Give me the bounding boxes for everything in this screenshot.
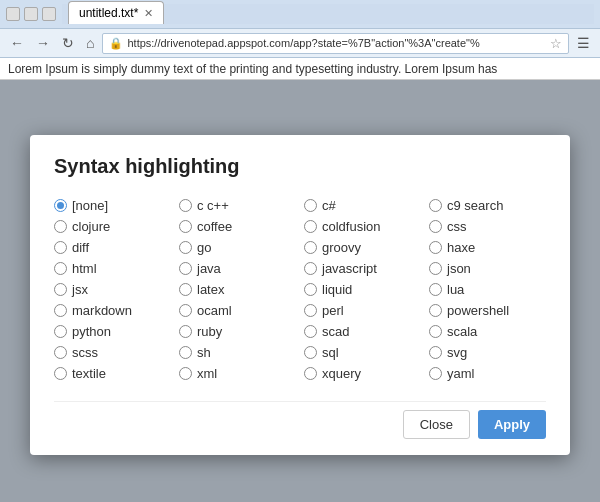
radio-item-coffee[interactable]: coffee [179,219,296,234]
radio-circle-c9search[interactable] [429,199,442,212]
radio-circle-go[interactable] [179,241,192,254]
radio-item-javascript[interactable]: javascript [304,261,421,276]
radio-circle-jsx[interactable] [54,283,67,296]
radio-circle-svg[interactable] [429,346,442,359]
menu-button[interactable]: ☰ [573,35,594,51]
tab-title: untitled.txt* [79,6,138,20]
radio-label-none: [none] [72,198,108,213]
radio-circle-markdown[interactable] [54,304,67,317]
radio-circle-scala[interactable] [429,325,442,338]
radio-label-clojure: clojure [72,219,110,234]
radio-item-csharp[interactable]: c# [304,198,421,213]
radio-item-liquid[interactable]: liquid [304,282,421,297]
radio-circle-coffee[interactable] [179,220,192,233]
radio-item-powershell[interactable]: powershell [429,303,546,318]
radio-label-jsx: jsx [72,282,88,297]
radio-circle-latex[interactable] [179,283,192,296]
radio-circle-sh[interactable] [179,346,192,359]
radio-circle-textile[interactable] [54,367,67,380]
radio-label-groovy: groovy [322,240,361,255]
radio-item-groovy[interactable]: groovy [304,240,421,255]
radio-circle-sql[interactable] [304,346,317,359]
radio-label-java: java [197,261,221,276]
radio-circle-xquery[interactable] [304,367,317,380]
radio-circle-html[interactable] [54,262,67,275]
radio-item-json[interactable]: json [429,261,546,276]
radio-circle-groovy[interactable] [304,241,317,254]
radio-label-haxe: haxe [447,240,475,255]
radio-circle-perl[interactable] [304,304,317,317]
radio-item-scala[interactable]: scala [429,324,546,339]
radio-item-jsx[interactable]: jsx [54,282,171,297]
bookmark-icon[interactable]: ☆ [550,36,562,51]
reload-button[interactable]: ↻ [58,35,78,51]
radio-item-sql[interactable]: sql [304,345,421,360]
radio-item-c_cpp[interactable]: c c++ [179,198,296,213]
window-close-button[interactable] [42,7,56,21]
radio-item-latex[interactable]: latex [179,282,296,297]
radio-circle-ocaml[interactable] [179,304,192,317]
radio-item-ocaml[interactable]: ocaml [179,303,296,318]
radio-circle-c_cpp[interactable] [179,199,192,212]
radio-item-c9search[interactable]: c9 search [429,198,546,213]
radio-item-perl[interactable]: perl [304,303,421,318]
radio-item-none[interactable]: [none] [54,198,171,213]
radio-circle-java[interactable] [179,262,192,275]
radio-item-sh[interactable]: sh [179,345,296,360]
radio-circle-javascript[interactable] [304,262,317,275]
radio-item-lua[interactable]: lua [429,282,546,297]
radio-item-coldfusion[interactable]: coldfusion [304,219,421,234]
syntax-highlighting-modal: Syntax highlighting [none]c c++c#c9 sear… [30,135,570,455]
back-button[interactable]: ← [6,35,28,51]
apply-button[interactable]: Apply [478,410,546,439]
radio-item-xml[interactable]: xml [179,366,296,381]
active-tab[interactable]: untitled.txt* ✕ [68,1,164,24]
radio-circle-python[interactable] [54,325,67,338]
radio-circle-json[interactable] [429,262,442,275]
browser-chrome: untitled.txt* ✕ ← → ↻ ⌂ 🔒 https://driven… [0,0,600,80]
radio-label-json: json [447,261,471,276]
forward-button[interactable]: → [32,35,54,51]
radio-label-xml: xml [197,366,217,381]
radio-item-java[interactable]: java [179,261,296,276]
radio-item-svg[interactable]: svg [429,345,546,360]
radio-circle-xml[interactable] [179,367,192,380]
radio-circle-csharp[interactable] [304,199,317,212]
radio-circle-liquid[interactable] [304,283,317,296]
address-bar[interactable]: 🔒 https://drivenotepad.appspot.com/app?s… [102,33,569,54]
radio-circle-scss[interactable] [54,346,67,359]
radio-item-clojure[interactable]: clojure [54,219,171,234]
radio-item-python[interactable]: python [54,324,171,339]
tab-close-icon[interactable]: ✕ [144,7,153,20]
radio-circle-none[interactable] [54,199,67,212]
maximize-button[interactable] [24,7,38,21]
radio-item-css[interactable]: css [429,219,546,234]
radio-circle-coldfusion[interactable] [304,220,317,233]
radio-item-scss[interactable]: scss [54,345,171,360]
radio-item-scad[interactable]: scad [304,324,421,339]
radio-item-diff[interactable]: diff [54,240,171,255]
radio-circle-yaml[interactable] [429,367,442,380]
radio-item-html[interactable]: html [54,261,171,276]
radio-item-textile[interactable]: textile [54,366,171,381]
radio-circle-diff[interactable] [54,241,67,254]
radio-circle-haxe[interactable] [429,241,442,254]
radio-circle-scad[interactable] [304,325,317,338]
syntax-options-grid: [none]c c++c#c9 searchclojurecoffeecoldf… [54,198,546,381]
close-button[interactable]: Close [403,410,470,439]
radio-item-ruby[interactable]: ruby [179,324,296,339]
radio-circle-lua[interactable] [429,283,442,296]
radio-label-lua: lua [447,282,464,297]
radio-circle-powershell[interactable] [429,304,442,317]
radio-label-sql: sql [322,345,339,360]
radio-item-yaml[interactable]: yaml [429,366,546,381]
radio-circle-ruby[interactable] [179,325,192,338]
minimize-button[interactable] [6,7,20,21]
radio-item-go[interactable]: go [179,240,296,255]
radio-item-haxe[interactable]: haxe [429,240,546,255]
radio-circle-clojure[interactable] [54,220,67,233]
radio-item-xquery[interactable]: xquery [304,366,421,381]
radio-item-markdown[interactable]: markdown [54,303,171,318]
radio-circle-css[interactable] [429,220,442,233]
home-button[interactable]: ⌂ [82,35,98,51]
